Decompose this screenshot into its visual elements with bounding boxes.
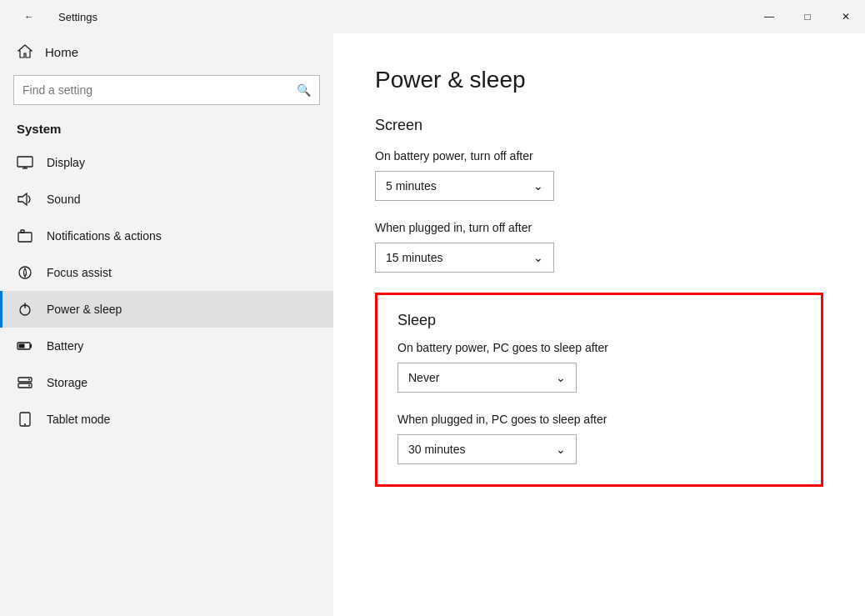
power-icon (17, 301, 33, 318)
back-button[interactable]: ← (10, 0, 48, 33)
content-area: Power & sleep Screen On battery power, t… (333, 33, 865, 616)
plugged-sleep-dropdown[interactable]: 30 minutes ⌄ (398, 434, 577, 464)
svg-rect-4 (18, 233, 32, 242)
sidebar-item-home[interactable]: Home (0, 33, 333, 70)
notifications-icon (17, 228, 33, 244)
search-input[interactable] (22, 83, 290, 97)
sidebar-item-sound[interactable]: Sound (0, 181, 333, 218)
sidebar-item-label: Notifications & actions (47, 229, 162, 243)
sidebar: Home 🔍 System Display (0, 33, 333, 616)
sidebar-item-storage[interactable]: Storage (0, 364, 333, 401)
svg-rect-0 (18, 157, 32, 167)
svg-point-17 (24, 423, 26, 425)
svg-marker-3 (18, 193, 27, 205)
tablet-icon (17, 411, 33, 428)
plugged-screen-setting: When plugged in, turn off after 15 minut… (375, 221, 823, 273)
sidebar-item-label: Display (47, 156, 85, 169)
sidebar-item-label: Power & sleep (47, 303, 122, 316)
sidebar-item-notifications[interactable]: Notifications & actions (0, 218, 333, 254)
plugged-sleep-setting: When plugged in, PC goes to sleep after … (398, 413, 801, 464)
plugged-screen-label: When plugged in, turn off after (375, 221, 823, 234)
focus-icon (17, 264, 33, 281)
minimize-button[interactable]: — (750, 0, 788, 33)
plugged-sleep-value: 30 minutes (408, 443, 465, 456)
page-title: Power & sleep (375, 67, 823, 93)
screen-section-title: Screen (375, 117, 823, 134)
chevron-down-icon: ⌄ (556, 371, 566, 384)
battery-screen-setting: On battery power, turn off after 5 minut… (375, 149, 823, 201)
home-icon (17, 43, 33, 60)
display-icon (17, 154, 33, 171)
plugged-sleep-label: When plugged in, PC goes to sleep after (398, 413, 801, 426)
chevron-down-icon: ⌄ (556, 443, 566, 456)
svg-point-14 (28, 379, 30, 381)
titlebar-left: ← Settings (10, 0, 98, 33)
sidebar-item-power[interactable]: Power & sleep (0, 291, 333, 328)
svg-rect-11 (19, 344, 25, 348)
sidebar-item-display[interactable]: Display (0, 144, 333, 181)
battery-screen-dropdown[interactable]: 5 minutes ⌄ (375, 171, 554, 201)
plugged-screen-dropdown[interactable]: 15 minutes ⌄ (375, 243, 554, 273)
chevron-down-icon: ⌄ (533, 251, 543, 264)
sound-icon (17, 191, 33, 208)
sidebar-item-focus[interactable]: Focus assist (0, 254, 333, 291)
sidebar-item-battery[interactable]: Battery (0, 328, 333, 364)
battery-sleep-setting: On battery power, PC goes to sleep after… (398, 341, 801, 393)
battery-sleep-label: On battery power, PC goes to sleep after (398, 341, 801, 354)
sidebar-item-label: Focus assist (47, 266, 112, 279)
window-controls: — □ ✕ (750, 0, 865, 33)
sidebar-item-label: Battery (47, 339, 83, 353)
sleep-section-box: Sleep On battery power, PC goes to sleep… (375, 293, 823, 487)
sleep-section-title: Sleep (398, 312, 801, 329)
sidebar-section-title: System (0, 115, 333, 144)
battery-screen-value: 5 minutes (386, 179, 437, 193)
battery-icon (17, 338, 33, 354)
sidebar-item-tablet[interactable]: Tablet mode (0, 401, 333, 438)
close-button[interactable]: ✕ (827, 0, 865, 33)
app-title: Settings (58, 11, 98, 23)
sidebar-item-label: Tablet mode (47, 413, 110, 426)
chevron-down-icon: ⌄ (533, 179, 543, 193)
battery-sleep-value: Never (408, 371, 439, 384)
home-label: Home (45, 45, 78, 59)
main-layout: Home 🔍 System Display (0, 33, 865, 616)
svg-point-15 (28, 385, 30, 387)
battery-screen-label: On battery power, turn off after (375, 149, 823, 163)
titlebar: ← Settings — □ ✕ (0, 0, 865, 33)
sidebar-item-label: Storage (47, 376, 88, 389)
battery-sleep-dropdown[interactable]: Never ⌄ (398, 363, 577, 393)
maximize-button[interactable]: □ (788, 0, 827, 33)
search-icon: 🔍 (297, 83, 311, 97)
svg-rect-5 (21, 230, 24, 233)
search-box[interactable]: 🔍 (13, 75, 320, 105)
plugged-screen-value: 15 minutes (386, 251, 442, 264)
storage-icon (17, 374, 33, 391)
sidebar-item-label: Sound (47, 193, 80, 206)
